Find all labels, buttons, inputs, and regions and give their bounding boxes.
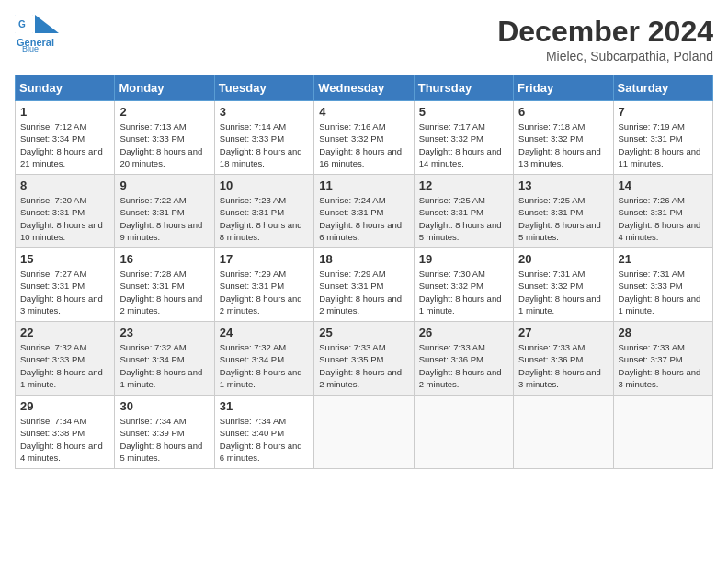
calendar-day-cell: 18Sunrise: 7:29 AMSunset: 3:31 PMDayligh…	[314, 248, 414, 322]
day-number: 27	[518, 326, 608, 339]
calendar-week-row: 15Sunrise: 7:27 AMSunset: 3:31 PMDayligh…	[16, 248, 713, 322]
day-info: Sunrise: 7:29 AMSunset: 3:31 PMDaylight:…	[319, 268, 408, 316]
calendar-day-cell: 20Sunrise: 7:31 AMSunset: 3:32 PMDayligh…	[514, 248, 613, 322]
calendar-day-cell: 22Sunrise: 7:32 AMSunset: 3:33 PMDayligh…	[16, 322, 115, 396]
title-block: December 2024 Mielec, Subcarpathia, Pola…	[497, 15, 713, 63]
empty-cell	[514, 396, 613, 469]
svg-text:G: G	[18, 19, 26, 29]
day-number: 11	[319, 178, 408, 192]
day-info: Sunrise: 7:33 AMSunset: 3:36 PMDaylight:…	[518, 341, 608, 390]
calendar-week-row: 22Sunrise: 7:32 AMSunset: 3:33 PMDayligh…	[16, 322, 713, 396]
day-number: 28	[619, 326, 708, 339]
day-info: Sunrise: 7:27 AMSunset: 3:31 PMDaylight:…	[20, 268, 109, 316]
column-header-friday: Friday	[514, 75, 613, 101]
day-number: 29	[20, 399, 109, 413]
page-header: G General Blue December 2024 Mielec, Sub…	[15, 15, 713, 63]
day-info: Sunrise: 7:29 AMSunset: 3:31 PMDaylight:…	[220, 268, 309, 316]
day-number: 12	[419, 178, 508, 192]
calendar-header-row: SundayMondayTuesdayWednesdayThursdayFrid…	[16, 75, 713, 101]
day-number: 22	[20, 326, 109, 339]
calendar-day-cell: 8Sunrise: 7:20 AMSunset: 3:31 PMDaylight…	[16, 175, 115, 248]
calendar-day-cell: 2Sunrise: 7:13 AMSunset: 3:33 PMDaylight…	[115, 101, 214, 175]
column-header-sunday: Sunday	[16, 75, 115, 101]
day-info: Sunrise: 7:23 AMSunset: 3:31 PMDaylight:…	[220, 194, 309, 243]
logo: G General Blue	[15, 15, 59, 52]
day-info: Sunrise: 7:31 AMSunset: 3:33 PMDaylight:…	[619, 268, 708, 316]
calendar-day-cell: 30Sunrise: 7:34 AMSunset: 3:39 PMDayligh…	[115, 396, 214, 469]
location: Mielec, Subcarpathia, Poland	[497, 49, 713, 63]
column-header-thursday: Thursday	[414, 75, 513, 101]
day-number: 6	[518, 105, 608, 119]
day-number: 14	[619, 178, 708, 192]
calendar-day-cell: 24Sunrise: 7:32 AMSunset: 3:34 PMDayligh…	[214, 322, 313, 396]
day-info: Sunrise: 7:24 AMSunset: 3:31 PMDaylight:…	[319, 194, 408, 243]
day-number: 26	[419, 326, 508, 339]
day-number: 16	[119, 252, 209, 266]
day-number: 13	[518, 178, 608, 192]
day-number: 31	[220, 399, 309, 413]
month-title: December 2024	[497, 15, 713, 49]
day-info: Sunrise: 7:33 AMSunset: 3:37 PMDaylight:…	[619, 341, 708, 390]
logo-icon: G General Blue	[15, 15, 59, 52]
day-number: 25	[319, 326, 408, 339]
day-info: Sunrise: 7:32 AMSunset: 3:33 PMDaylight:…	[20, 341, 109, 390]
day-info: Sunrise: 7:34 AMSunset: 3:38 PMDaylight:…	[20, 415, 109, 464]
day-info: Sunrise: 7:25 AMSunset: 3:31 PMDaylight:…	[518, 194, 608, 243]
empty-cell	[414, 396, 513, 469]
calendar-day-cell: 19Sunrise: 7:30 AMSunset: 3:32 PMDayligh…	[414, 248, 513, 322]
column-header-saturday: Saturday	[613, 75, 712, 101]
day-info: Sunrise: 7:34 AMSunset: 3:40 PMDaylight:…	[220, 415, 309, 464]
calendar-day-cell: 6Sunrise: 7:18 AMSunset: 3:32 PMDaylight…	[514, 101, 613, 175]
day-info: Sunrise: 7:30 AMSunset: 3:32 PMDaylight:…	[419, 268, 508, 316]
calendar-day-cell: 13Sunrise: 7:25 AMSunset: 3:31 PMDayligh…	[514, 175, 613, 248]
calendar-day-cell: 12Sunrise: 7:25 AMSunset: 3:31 PMDayligh…	[414, 175, 513, 248]
day-info: Sunrise: 7:18 AMSunset: 3:32 PMDaylight:…	[518, 121, 608, 169]
day-info: Sunrise: 7:19 AMSunset: 3:31 PMDaylight:…	[619, 121, 708, 169]
day-number: 30	[119, 399, 209, 413]
day-number: 3	[220, 105, 309, 119]
column-header-wednesday: Wednesday	[314, 75, 414, 101]
calendar-week-row: 1Sunrise: 7:12 AMSunset: 3:34 PMDaylight…	[16, 101, 713, 175]
day-info: Sunrise: 7:32 AMSunset: 3:34 PMDaylight:…	[119, 341, 209, 390]
calendar-day-cell: 27Sunrise: 7:33 AMSunset: 3:36 PMDayligh…	[514, 322, 613, 396]
empty-cell	[314, 396, 414, 469]
calendar-day-cell: 25Sunrise: 7:33 AMSunset: 3:35 PMDayligh…	[314, 322, 414, 396]
day-info: Sunrise: 7:26 AMSunset: 3:31 PMDaylight:…	[619, 194, 708, 243]
calendar-day-cell: 26Sunrise: 7:33 AMSunset: 3:36 PMDayligh…	[414, 322, 513, 396]
calendar-day-cell: 10Sunrise: 7:23 AMSunset: 3:31 PMDayligh…	[214, 175, 313, 248]
day-number: 5	[419, 105, 508, 119]
day-number: 2	[119, 105, 209, 119]
day-number: 18	[319, 252, 408, 266]
calendar-day-cell: 1Sunrise: 7:12 AMSunset: 3:34 PMDaylight…	[16, 101, 115, 175]
day-number: 21	[619, 252, 708, 266]
calendar-day-cell: 3Sunrise: 7:14 AMSunset: 3:33 PMDaylight…	[214, 101, 313, 175]
day-number: 19	[419, 252, 508, 266]
day-info: Sunrise: 7:33 AMSunset: 3:36 PMDaylight:…	[419, 341, 508, 390]
day-info: Sunrise: 7:31 AMSunset: 3:32 PMDaylight:…	[518, 268, 608, 316]
day-info: Sunrise: 7:14 AMSunset: 3:33 PMDaylight:…	[220, 121, 309, 169]
calendar-day-cell: 23Sunrise: 7:32 AMSunset: 3:34 PMDayligh…	[115, 322, 214, 396]
day-info: Sunrise: 7:28 AMSunset: 3:31 PMDaylight:…	[119, 268, 209, 316]
day-number: 4	[319, 105, 408, 119]
day-number: 8	[20, 178, 109, 192]
calendar-day-cell: 9Sunrise: 7:22 AMSunset: 3:31 PMDaylight…	[115, 175, 214, 248]
svg-marker-4	[35, 15, 59, 33]
day-info: Sunrise: 7:16 AMSunset: 3:32 PMDaylight:…	[319, 121, 408, 169]
day-info: Sunrise: 7:33 AMSunset: 3:35 PMDaylight:…	[319, 341, 408, 390]
day-info: Sunrise: 7:12 AMSunset: 3:34 PMDaylight:…	[20, 121, 109, 169]
calendar-week-row: 8Sunrise: 7:20 AMSunset: 3:31 PMDaylight…	[16, 175, 713, 248]
column-header-tuesday: Tuesday	[214, 75, 313, 101]
day-info: Sunrise: 7:25 AMSunset: 3:31 PMDaylight:…	[419, 194, 508, 243]
day-number: 24	[220, 326, 309, 339]
day-number: 17	[220, 252, 309, 266]
calendar-day-cell: 15Sunrise: 7:27 AMSunset: 3:31 PMDayligh…	[16, 248, 115, 322]
calendar-day-cell: 31Sunrise: 7:34 AMSunset: 3:40 PMDayligh…	[214, 396, 313, 469]
day-info: Sunrise: 7:17 AMSunset: 3:32 PMDaylight:…	[419, 121, 508, 169]
calendar-day-cell: 11Sunrise: 7:24 AMSunset: 3:31 PMDayligh…	[314, 175, 414, 248]
svg-text:Blue: Blue	[22, 44, 39, 52]
column-header-monday: Monday	[115, 75, 214, 101]
calendar-day-cell: 17Sunrise: 7:29 AMSunset: 3:31 PMDayligh…	[214, 248, 313, 322]
calendar-day-cell: 4Sunrise: 7:16 AMSunset: 3:32 PMDaylight…	[314, 101, 414, 175]
calendar-day-cell: 21Sunrise: 7:31 AMSunset: 3:33 PMDayligh…	[613, 248, 712, 322]
calendar-table: SundayMondayTuesdayWednesdayThursdayFrid…	[15, 75, 713, 469]
